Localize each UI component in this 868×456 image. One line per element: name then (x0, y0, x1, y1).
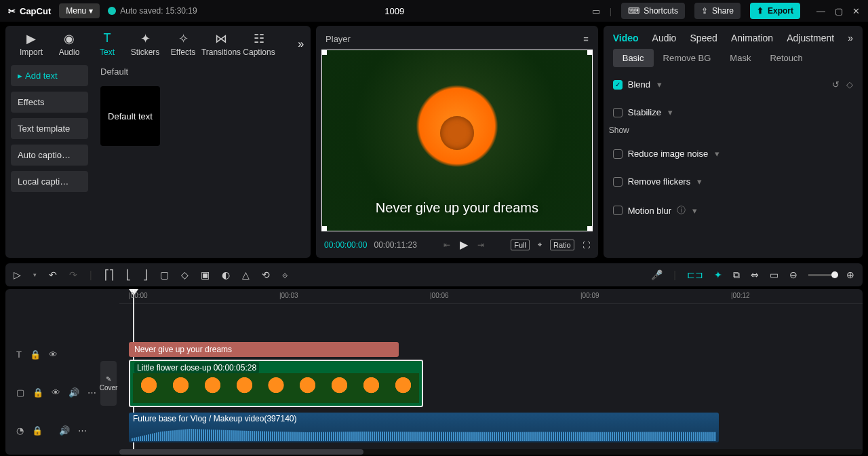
subtab-mask[interactable]: Mask (720, 49, 760, 67)
tabs-scroll-icon[interactable]: » (848, 33, 853, 43)
chevron-down-icon[interactable]: ▾ (668, 107, 673, 117)
split-icon[interactable]: ⎡⎤ (104, 269, 114, 280)
default-text-card[interactable]: Default text (100, 86, 160, 146)
mirror-icon[interactable]: △ (242, 269, 250, 280)
crop-icon[interactable]: ⟐ (282, 269, 288, 280)
prop-stabilize[interactable]: Stabilize ▾ (613, 103, 853, 121)
project-title[interactable]: 1009 (205, 6, 584, 16)
ratio-button[interactable]: Ratio (550, 240, 574, 250)
zoom-slider[interactable] (831, 271, 838, 278)
tab-video[interactable]: Video (613, 33, 639, 43)
tab-effects[interactable]: ✧Effects (164, 31, 202, 57)
checkbox-icon[interactable] (613, 177, 623, 187)
chevron-down-icon[interactable]: ▾ (657, 79, 662, 90)
reset-icon[interactable]: ↺ (832, 79, 840, 90)
pointer-icon[interactable]: ▷ (14, 269, 21, 280)
resize-handle-tr[interactable] (587, 50, 593, 55)
next-frame-icon[interactable]: ⇥ (477, 240, 484, 250)
marker-icon[interactable]: ◇ (181, 269, 189, 280)
clip-text[interactable]: Never give up your dreams (129, 342, 399, 357)
cover-button[interactable]: ✎Cover (100, 361, 117, 406)
close-icon[interactable]: ✕ (852, 6, 860, 16)
tab-captions[interactable]: ☷Captions (240, 31, 278, 57)
lock-icon[interactable]: 🔒 (33, 387, 43, 398)
prev-frame-icon[interactable]: ⇤ (443, 240, 450, 250)
tab-audio-props[interactable]: Audio (652, 33, 677, 43)
checkbox-icon[interactable] (613, 108, 623, 117)
fullscreen-icon[interactable]: ⛶ (583, 241, 590, 249)
tab-speed[interactable]: Speed (690, 33, 717, 43)
snap-icon[interactable]: ✦ (714, 269, 722, 280)
delete-icon[interactable]: ▢ (160, 269, 169, 280)
timeline-scrollbar[interactable] (119, 449, 863, 455)
sidebar-item-auto-captions[interactable]: Auto captio… (11, 145, 88, 166)
preview-icon[interactable]: ▭ (770, 269, 778, 280)
lock-icon[interactable]: 🔒 (32, 425, 43, 436)
layout-icon[interactable]: ▭ (592, 6, 600, 16)
zoom-out-icon[interactable]: ⊖ (789, 269, 797, 280)
trim-right-icon[interactable]: ⎦ (143, 269, 148, 280)
subtab-basic[interactable]: Basic (613, 49, 654, 67)
player-viewport[interactable]: Never give up your dreams (321, 50, 593, 231)
subtab-retouch[interactable]: Retouch (760, 49, 812, 67)
tab-adjustment[interactable]: Adjustment (787, 33, 834, 43)
play-icon[interactable]: ▶ (460, 238, 468, 251)
link-icon[interactable]: ⧉ (733, 269, 740, 281)
share-button[interactable]: ⇪ Share (694, 3, 741, 19)
maximize-icon[interactable]: ▢ (835, 6, 843, 16)
eye-icon[interactable]: 👁 (52, 387, 60, 398)
chevron-down-icon[interactable]: ▾ (697, 176, 702, 187)
clip-video[interactable]: Little flower close-up 00:00:05:28 (129, 360, 423, 407)
keyframe-icon[interactable]: ◇ (846, 79, 853, 90)
more-icon[interactable]: ⋯ (78, 425, 87, 436)
resize-handle-br[interactable] (587, 226, 593, 231)
subtab-remove-bg[interactable]: Remove BG (654, 49, 721, 67)
dropdown-icon[interactable]: ▾ (33, 271, 37, 278)
checkbox-on-icon[interactable]: ✓ (613, 80, 623, 90)
more-icon[interactable]: ⋯ (87, 387, 96, 398)
sidebar-item-add-text[interactable]: ▸Add text (11, 65, 88, 86)
tab-transitions[interactable]: ⋈Transitions (202, 31, 240, 57)
frame-icon[interactable]: ⌖ (538, 240, 542, 249)
checkbox-icon[interactable] (613, 206, 623, 215)
group-icon[interactable]: ▣ (201, 269, 210, 280)
minimize-icon[interactable]: — (816, 6, 825, 16)
prop-blend[interactable]: ✓ Blend ▾ ↺ ◇ (613, 75, 853, 94)
prop-reduce-noise[interactable]: Reduce image noise ▾ (613, 145, 853, 163)
sidebar-item-effects[interactable]: Effects (11, 92, 88, 113)
resize-handle-bl[interactable] (321, 226, 327, 231)
prop-motion-blur[interactable]: Motion blur ⓘ ▾ (613, 200, 853, 221)
redo-icon[interactable]: ↷ (69, 269, 77, 280)
eye-icon[interactable]: 👁 (49, 349, 58, 360)
track-lanes[interactable]: ✎Cover Never give up your dreams Little … (119, 304, 863, 449)
prop-remove-flickers[interactable]: Remove flickers ▾ (613, 172, 853, 191)
zoom-in-icon[interactable]: ⊕ (846, 269, 854, 280)
export-button[interactable]: ⬆ Export (750, 3, 800, 19)
resize-handle-tl[interactable] (321, 50, 327, 55)
undo-icon[interactable]: ↶ (49, 269, 57, 280)
tab-import[interactable]: ▶Import (12, 31, 50, 57)
chevron-down-icon[interactable]: ▾ (692, 206, 697, 216)
info-icon[interactable]: ⓘ (677, 204, 686, 216)
timeline-ruler[interactable]: |00:00|00:03|00:06|00:09|00:12 (119, 289, 863, 304)
tab-text[interactable]: TText (88, 31, 126, 57)
tabs-overflow[interactable]: » (298, 38, 304, 50)
scrollbar-thumb[interactable] (119, 449, 363, 455)
full-button[interactable]: Full (511, 240, 530, 250)
lock-icon[interactable]: 🔒 (30, 349, 41, 360)
checkbox-icon[interactable] (613, 149, 623, 159)
mute-icon[interactable]: 🔊 (59, 425, 70, 436)
chevron-down-icon[interactable]: ▾ (715, 149, 719, 159)
mic-icon[interactable]: 🎤 (651, 269, 663, 280)
tab-stickers[interactable]: ✦Stickers (126, 31, 164, 57)
tab-animation[interactable]: Animation (731, 33, 773, 43)
mute-icon[interactable]: 🔊 (68, 387, 79, 398)
sidebar-item-text-template[interactable]: Text template (11, 118, 88, 139)
shortcuts-button[interactable]: ⌨ Shortcuts (621, 3, 685, 19)
player-menu-icon[interactable]: ≡ (583, 34, 589, 44)
magnet-icon[interactable]: ⊏⊐ (687, 269, 703, 280)
tab-audio[interactable]: ◉Audio (50, 31, 88, 57)
align-icon[interactable]: ⇔ (751, 269, 759, 280)
sidebar-item-local-captions[interactable]: Local capti… (11, 171, 88, 192)
clip-audio[interactable]: Future base for Vlog / Makeup video(3971… (129, 413, 719, 442)
